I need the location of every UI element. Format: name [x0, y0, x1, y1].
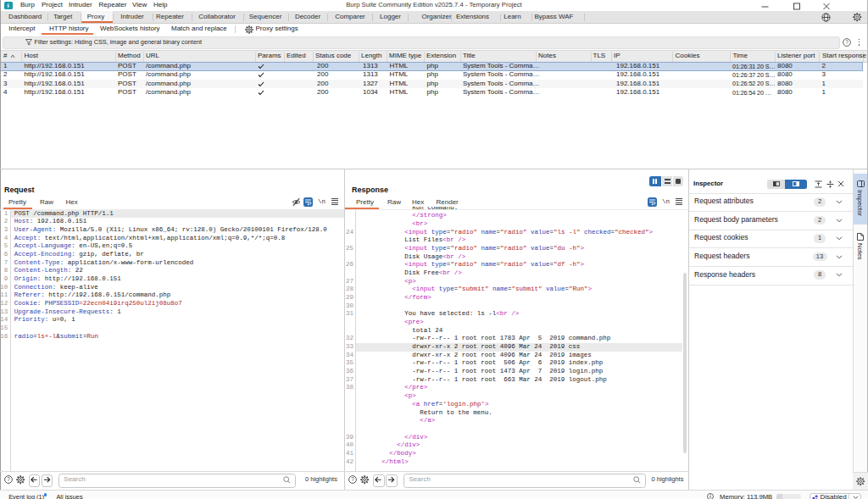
svg-text:?: ?	[7, 476, 10, 482]
svg-text:?: ?	[845, 39, 849, 45]
svg-text:?: ?	[351, 476, 354, 482]
